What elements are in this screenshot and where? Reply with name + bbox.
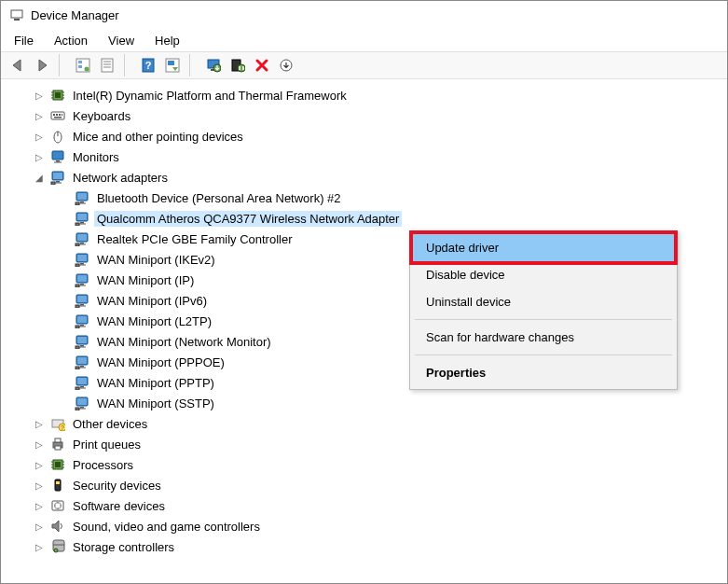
tree-item-storage[interactable]: ▷ Storage controllers [12, 536, 727, 557]
network-icon [74, 292, 90, 309]
expand-spacer [57, 314, 70, 327]
context-menu: Update driver Disable device Uninstall d… [409, 230, 678, 390]
properties-button[interactable] [96, 54, 118, 76]
tree-label: WAN Miniport (SSTP) [94, 396, 217, 411]
expand-icon[interactable]: ▷ [33, 479, 46, 492]
sound-icon [49, 518, 66, 535]
network-icon [74, 374, 90, 391]
expand-spacer [57, 212, 70, 225]
menu-file[interactable]: File [5, 32, 43, 49]
ctx-properties[interactable]: Properties [413, 359, 674, 386]
scan-button[interactable] [161, 54, 184, 76]
tree-label: Other devices [70, 416, 150, 432]
device-tree[interactable]: ▷ Intel(R) Dynamic Platform and Thermal … [1, 79, 727, 583]
expand-icon[interactable]: ▷ [33, 520, 46, 533]
disable-device-button[interactable] [227, 54, 249, 76]
tree-label: WAN Miniport (L2TP) [94, 313, 214, 329]
network-icon [74, 251, 90, 268]
tree-label: Storage controllers [70, 539, 177, 555]
tree-label: Network adapters [70, 170, 171, 186]
help-button[interactable] [137, 54, 159, 76]
collapse-icon[interactable]: ◢ [33, 171, 46, 184]
menubar: File Action View Help [1, 29, 727, 51]
tree-label: Mice and other pointing devices [70, 129, 246, 145]
show-hidden-button[interactable] [72, 54, 94, 76]
tree-label: Print queues [70, 437, 144, 452]
toolbar-sep [189, 54, 197, 76]
tree-item-wan-sstp[interactable]: WAN Miniport (SSTP) [12, 393, 727, 413]
expand-icon[interactable]: ▷ [33, 89, 46, 102]
tree-item-security[interactable]: ▷ Security devices [12, 475, 727, 495]
other-icon [49, 415, 66, 432]
expand-icon[interactable]: ▷ [33, 458, 46, 471]
network-icon [74, 271, 90, 288]
security-icon [49, 477, 66, 494]
tree-label: Keyboards [70, 108, 133, 124]
tree-label: Sound, video and game controllers [70, 519, 263, 535]
expand-spacer [57, 376, 70, 389]
update-driver-button[interactable] [202, 54, 225, 76]
network-icon [49, 169, 66, 186]
expand-icon[interactable]: ▷ [33, 130, 46, 143]
expand-icon[interactable]: ▷ [33, 438, 46, 451]
expand-icon[interactable]: ▷ [33, 540, 46, 553]
menu-help[interactable]: Help [145, 32, 189, 49]
toolbar [1, 51, 727, 79]
network-icon [74, 210, 90, 227]
tree-label: Software devices [70, 498, 168, 514]
tree-label: WAN Miniport (PPTP) [94, 375, 217, 391]
storage-icon [49, 538, 66, 555]
chip-icon [49, 456, 66, 473]
network-icon [74, 313, 90, 329]
more-actions-button[interactable] [275, 54, 297, 76]
expand-spacer [57, 355, 70, 368]
tree-item-thermal[interactable]: ▷ Intel(R) Dynamic Platform and Thermal … [12, 85, 727, 105]
expand-spacer [57, 191, 70, 204]
menu-action[interactable]: Action [45, 32, 97, 49]
tree-item-keyboards[interactable]: ▷ Keyboards [12, 105, 727, 126]
toolbar-sep [59, 54, 66, 76]
tree-item-processors[interactable]: ▷ Processors [12, 454, 727, 475]
network-icon [74, 230, 90, 247]
forward-button[interactable] [31, 54, 53, 76]
tree-label: Realtek PCIe GBE Family Controller [94, 231, 295, 247]
network-icon [74, 354, 90, 370]
tree-item-bluetooth[interactable]: Bluetooth Device (Personal Area Network)… [12, 188, 727, 208]
ctx-disable-device[interactable]: Disable device [413, 261, 674, 288]
tree-label: Qualcomm Atheros QCA9377 Wireless Networ… [94, 211, 402, 227]
tree-label: WAN Miniport (IP) [94, 272, 197, 288]
chip-icon [49, 87, 66, 104]
expand-spacer [57, 335, 70, 348]
expand-icon[interactable]: ▷ [33, 417, 46, 430]
tree-item-print-queues[interactable]: ▷ Print queues [12, 434, 727, 454]
tree-label: Intel(R) Dynamic Platform and Thermal Fr… [70, 88, 350, 104]
tree-item-qualcomm-wifi[interactable]: Qualcomm Atheros QCA9377 Wireless Networ… [12, 208, 727, 229]
network-icon [74, 333, 90, 350]
expand-icon[interactable]: ▷ [33, 499, 46, 512]
tree-item-other-devices[interactable]: ▷ Other devices [12, 413, 727, 434]
tree-label: WAN Miniport (IKEv2) [94, 252, 218, 268]
software-icon [49, 497, 66, 514]
ctx-separator [415, 355, 672, 355]
tree-item-network-adapters[interactable]: ◢ Network adapters [12, 167, 727, 188]
expand-spacer [57, 294, 70, 307]
tree-item-software[interactable]: ▷ Software devices [12, 495, 727, 516]
ctx-scan-hardware[interactable]: Scan for hardware changes [413, 324, 674, 351]
expand-icon[interactable]: ▷ [33, 109, 46, 122]
toolbar-sep [124, 54, 131, 76]
uninstall-button[interactable] [251, 54, 273, 76]
ctx-separator [415, 319, 672, 320]
mouse-icon [49, 128, 66, 145]
tree-item-sound[interactable]: ▷ Sound, video and game controllers [12, 516, 727, 536]
tree-item-monitors[interactable]: ▷ Monitors [12, 146, 727, 167]
back-button[interactable] [7, 54, 29, 76]
ctx-uninstall-device[interactable]: Uninstall device [413, 288, 674, 315]
titlebar: Device Manager [1, 1, 727, 29]
tree-item-mice[interactable]: ▷ Mice and other pointing devices [12, 126, 727, 146]
expand-spacer [57, 273, 70, 286]
tree-label: Monitors [70, 149, 122, 165]
menu-view[interactable]: View [99, 32, 144, 49]
tree-label: WAN Miniport (IPv6) [94, 293, 210, 309]
ctx-update-driver[interactable]: Update driver [409, 230, 678, 265]
expand-icon[interactable]: ▷ [33, 150, 46, 163]
